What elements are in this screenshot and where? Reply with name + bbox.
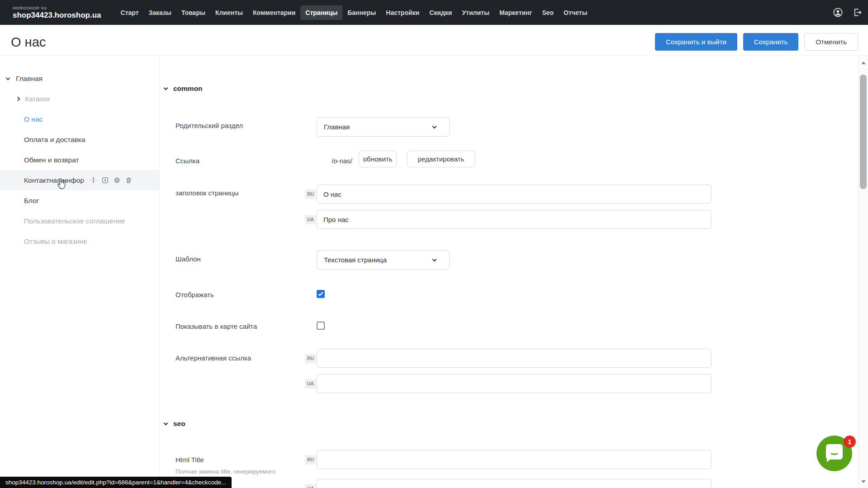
status-url: shop34423.horoshop.ua/edit/edit.php?id=6… [5,479,226,486]
chevron-down-icon [432,257,437,261]
html-title-ru-input[interactable] [317,450,711,469]
logo-domain-label: shop34423.horoshop.ua [13,11,101,19]
tree-item-label: Главная [16,75,43,83]
section-label: common [173,85,203,93]
tree-item-glavnaya[interactable]: Главная [0,68,159,89]
select-value: Текстовая страница [324,256,387,264]
chevron-down-icon [432,124,437,128]
page-title: О нас [11,35,46,50]
menu-item-banners[interactable]: Баннеры [342,5,381,20]
save-and-exit-button[interactable]: Сохранить и выйти [655,33,737,51]
link-refresh-button[interactable]: обновить [359,151,397,167]
menu-item-start[interactable]: Старт [116,5,144,20]
pages-tree-sidebar: Главная Каталог О нас Оплата и доставка … [0,56,160,488]
html-title-ua-input[interactable] [317,479,711,488]
tree-item-label: О нас [24,115,43,123]
delete-icon[interactable] [125,176,133,184]
parent-section-select[interactable]: Главная [317,117,450,137]
scrollbar-thumb[interactable] [860,75,867,189]
tree-item-label: Пользовательское соглашение [24,217,125,225]
display-checkbox[interactable] [317,290,325,298]
topbar-actions [833,0,863,25]
tree-item-label: Отзывы о магазине [24,237,87,246]
tree-item-kontaktnaya[interactable]: Контактная инфор [0,170,159,190]
scroll-up-arrow[interactable] [861,62,866,64]
chat-widget-button[interactable]: 1 [816,436,852,471]
menu-item-seo[interactable]: Seo [537,5,559,20]
template-label: Шаблон [175,255,201,263]
check-icon [317,290,325,298]
alt-link-ru-input[interactable] [317,349,711,368]
chat-smile-icon [830,450,839,455]
html-title-label: Html Title [175,456,204,464]
lang-tag-ua: UA [305,215,316,224]
page-header: О нас Сохранить и выйти Сохранить Отмени… [0,25,868,56]
chevron-down-icon [164,86,168,90]
tree-item-label: Блог [24,197,39,205]
alt-link-ua-input[interactable] [317,374,711,393]
lang-tag-ru: RU [305,455,316,464]
sitemap-label: Показывать в карте сайта [175,322,257,330]
tree-item-label: Контактная инфор [24,176,84,185]
gear-icon[interactable] [113,176,121,184]
tree-item-label: Каталог [25,95,50,103]
logo-version-label: HOROSHOP V4 [13,6,101,10]
cursor-pointer [55,177,68,190]
menu-item-marketing[interactable]: Маркетинг [494,5,537,20]
sitemap-checkbox[interactable] [317,322,325,330]
tree-item-label: Обмен и возврат [24,156,79,164]
link-value: /o-nas/ [324,157,352,165]
menu-item-discounts[interactable]: Скидки [424,5,457,20]
top-navigation-bar: HOROSHOP V4 shop34423.horoshop.ua Старт … [0,0,868,25]
page-title-ua-input[interactable] [317,210,711,229]
account-icon[interactable] [833,7,843,18]
link-edit-button[interactable]: редактировать [407,151,475,167]
page-title-label: заголовок страницы [175,189,239,197]
menu-item-reports[interactable]: Отчеты [559,5,592,20]
lang-tag-ru: RU [305,190,316,199]
tree-item-soglashenie[interactable]: Пользовательское соглашение [0,211,159,231]
display-label: Отображать [175,291,214,298]
move-icon[interactable] [90,176,97,184]
tree-item-oplata[interactable]: Оплата и доставка [0,129,159,150]
chat-bubble-icon [826,444,843,460]
tree-item-blog[interactable]: Блог [0,190,159,211]
logout-icon[interactable] [852,7,863,18]
tree-item-otzyvy[interactable]: Отзывы о магазине [0,231,159,251]
chevron-down-icon [164,421,168,426]
main-menu: Старт Заказы Товары Клиенты Комментарии … [116,5,593,20]
parent-section-label: Родительский раздел [175,122,243,129]
chevron-right-icon[interactable] [16,97,20,101]
template-select[interactable]: Текстовая страница [317,250,450,270]
tree-item-katalog[interactable]: Каталог [0,89,159,109]
alt-link-label: Альтернативная ссылка [175,354,251,362]
add-page-icon[interactable] [101,176,109,184]
html-title-hint: Полная замена title, генерируемого [175,468,275,475]
menu-item-comments[interactable]: Комментарии [248,5,300,20]
tree-item-actions [90,176,133,184]
tree-item-obmen[interactable]: Обмен и возврат [0,150,159,170]
menu-item-pages[interactable]: Страницы [300,5,342,20]
menu-item-utilities[interactable]: Утилиты [457,5,494,20]
vertical-scrollbar [858,56,868,488]
page-title-ru-input[interactable] [317,185,711,204]
menu-item-clients[interactable]: Клиенты [210,5,248,20]
page-edit-form: common Родительский раздел Главная Ссылк… [160,56,858,488]
link-status-bar: shop34423.horoshop.ua/edit/edit.php?id=6… [0,477,232,488]
scroll-down-arrow[interactable] [861,480,866,483]
section-label: seo [173,420,185,428]
menu-item-orders[interactable]: Заказы [144,5,176,20]
menu-item-products[interactable]: Товары [176,5,210,20]
lang-tag-ru: RU [305,354,316,363]
shop-logo[interactable]: HOROSHOP V4 shop34423.horoshop.ua [13,6,101,19]
chat-unread-badge: 1 [844,436,856,448]
section-header-common[interactable]: common [164,85,203,93]
chevron-down-icon[interactable] [6,76,10,80]
tree-item-label: Оплата и доставка [24,136,85,144]
section-header-seo[interactable]: seo [164,420,185,428]
cancel-button[interactable]: Отменить [804,33,858,51]
menu-item-settings[interactable]: Настройки [381,5,424,20]
tree-item-o-nas[interactable]: О нас [0,109,159,129]
save-button[interactable]: Сохранить [743,33,799,51]
select-value: Главная [324,123,350,131]
